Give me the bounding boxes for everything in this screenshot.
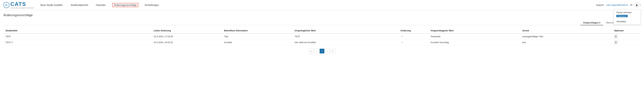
cell-aenderung-icon-1: → — [398, 40, 429, 45]
col-header-studientitel: Studientitel — [3, 28, 152, 33]
header: C CATS Community Annotated Trial Search … — [0, 0, 644, 10]
cell-betroffene-info-1: Kurztitel — [222, 40, 293, 45]
arrow-icon: → — [400, 35, 403, 38]
col-header-betroffene-info: Betroffene Information — [222, 28, 293, 33]
main-nav: Neue Studie erstellen Studienübersicht F… — [39, 3, 596, 7]
nav-einstellungen[interactable]: Einstellungen — [144, 3, 160, 7]
cats-logo-icon: C — [3, 2, 10, 8]
table-row: TEST 2 23.4.2024, 16:53:31 Kurztitel hie… — [3, 40, 641, 45]
logo-area: C CATS Community Annotated Trial Search — [3, 1, 34, 9]
cell-grund-0: aussagekräftiger Titel — [520, 33, 612, 40]
pagination: « ‹ 1 › » — [3, 49, 641, 54]
page-content: Änderungsvorschläge Vorgeschlagen 2 Über… — [0, 10, 644, 57]
svg-point-2 — [636, 4, 637, 5]
cell-studientitel-0: TEST — [3, 33, 152, 40]
tabs-row: Vorgeschlagen 2 Übernommen 1 Verworfen 0 — [3, 20, 641, 25]
pagination-last-button[interactable]: » — [330, 49, 335, 54]
pagination-page-1-button[interactable]: 1 — [320, 49, 324, 54]
cell-optionen-1[interactable]: ⊠ — [612, 40, 641, 45]
nav-favoriten[interactable]: Favoriten — [94, 3, 107, 7]
cell-letzte-aenderung-0: 23.4.2024, 17:03:45 — [152, 33, 222, 40]
pagination-next-button[interactable]: › — [325, 49, 330, 54]
pagination-prev-button[interactable]: ‹ — [314, 49, 319, 54]
nav-studienuebersicht[interactable]: Studienübersicht — [69, 3, 90, 7]
user-avatar — [634, 3, 639, 8]
cell-vorgeschlagener-wert-0: Teststudie — [429, 33, 520, 40]
col-header-aenderung: Änderung — [398, 28, 429, 33]
user-dropdown-panel: Paula Lehmann Maintainer Abmelden — [614, 9, 641, 24]
user-role-badge: Maintainer — [616, 15, 628, 17]
user-name: Paula Lehmann — [616, 11, 638, 14]
page-title: Änderungsvorschläge — [3, 14, 641, 17]
table-row: TEST 23.4.2024, 17:03:45 Titel TEST → Te… — [3, 33, 641, 40]
cell-betroffene-info-0: Titel — [222, 33, 293, 40]
col-header-letzte-aenderung: Letzte Änderung — [152, 28, 222, 33]
logout-link[interactable]: Abmelden — [616, 20, 638, 23]
col-header-urspruenglicher-wert: Ursprünglicher Wert — [293, 28, 398, 33]
options-icon[interactable]: ⊠ — [614, 34, 618, 38]
nav-aenderungsvorschlaege[interactable]: Änderungsvorschläge — [112, 3, 138, 7]
arrow-icon: → — [400, 41, 403, 44]
logo-subtitle: Community Annotated Trial Search — [10, 7, 34, 9]
cell-letzte-aenderung-1: 23.4.2024, 16:53:31 — [152, 40, 222, 45]
cell-aenderung-icon-0: → — [398, 33, 429, 40]
col-header-vorgeschlagener-wert: Vorgeschlagener Wert — [429, 28, 520, 33]
cell-urspruenglicher-wert-0: TEST — [293, 33, 398, 40]
support-label: Support: — [596, 4, 604, 6]
user-chevron-icon: ▾ — [640, 4, 641, 6]
table-header-row: Studientitel Letzte Änderung Betroffene … — [3, 28, 641, 33]
col-header-optionen: Optionen — [612, 28, 641, 33]
options-icon[interactable]: ⊠ — [614, 40, 618, 44]
logo-text: CATS — [10, 1, 26, 7]
cell-urspruenglicher-wert-1: hier steht ein Kurztitel — [293, 40, 398, 45]
col-header-grund: Grund — [520, 28, 612, 33]
cell-studientitel-1: TEST 2 — [3, 40, 152, 45]
svg-text:C: C — [6, 4, 8, 6]
header-right: Support: cats-support@molit.eu ✉ ▾ — [596, 3, 641, 8]
mail-icon: ✉ — [630, 3, 632, 6]
support-email-link[interactable]: cats-support@molit.eu — [606, 4, 628, 6]
nav-neue-studie[interactable]: Neue Studie erstellen — [39, 3, 64, 7]
table-body: TEST 23.4.2024, 17:03:45 Titel TEST → Te… — [3, 33, 641, 45]
pagination-first-button[interactable]: « — [309, 49, 314, 54]
user-menu-button[interactable]: ▾ — [634, 3, 641, 8]
proposals-table: Studientitel Letzte Änderung Betroffene … — [3, 28, 641, 45]
cell-optionen-0[interactable]: ⊠ — [612, 33, 641, 40]
cell-grund-1: test — [520, 40, 612, 45]
tab-vorgeschlagen[interactable]: Vorgeschlagen 2 — [580, 20, 603, 25]
cell-vorgeschlagener-wert-1: Kurztitel Vorschlag — [429, 40, 520, 45]
